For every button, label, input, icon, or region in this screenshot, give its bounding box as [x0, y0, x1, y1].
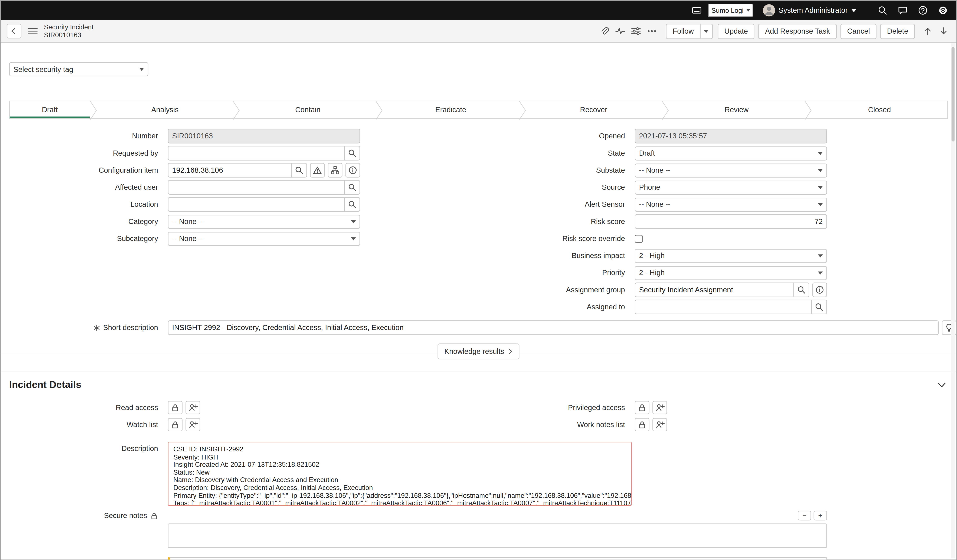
user-menu[interactable]: System Administrator [763, 4, 856, 16]
dependency-views-icon[interactable] [328, 163, 343, 178]
stage-eradicate[interactable]: Eradicate [383, 101, 519, 118]
more-options-icon[interactable] [644, 24, 660, 39]
delete-button[interactable]: Delete [880, 24, 915, 39]
follow-button[interactable]: Follow [666, 24, 700, 39]
lock-icon [150, 512, 158, 519]
settings-gear-icon[interactable] [938, 6, 948, 15]
state-select[interactable]: Draft [635, 146, 827, 160]
add-person-icon[interactable] [186, 418, 200, 431]
field-configuration-item: Configuration item [9, 163, 360, 178]
scrollbar-thumb[interactable] [951, 47, 954, 142]
lock-icon[interactable] [635, 401, 649, 414]
field-secure-notes: Secure notes − + [9, 511, 956, 550]
risk-score-override-checkbox[interactable] [635, 235, 643, 243]
expand-plus-button[interactable]: + [814, 511, 827, 521]
personalize-form-icon[interactable] [628, 24, 644, 39]
formatter-asterisk-icon [93, 324, 100, 331]
banner-frame-icon[interactable] [692, 6, 702, 15]
substate-select[interactable]: -- None -- [635, 163, 827, 177]
form-context-menu-icon[interactable] [26, 25, 39, 36]
application-select[interactable]: Sumo Logic [708, 4, 753, 17]
add-person-icon[interactable] [652, 418, 667, 431]
section-collapse-icon[interactable] [937, 381, 947, 389]
knowledge-results-label: Knowledge results [444, 347, 504, 356]
connect-chat-icon[interactable] [898, 6, 908, 15]
stage-draft[interactable]: Draft [10, 101, 90, 118]
configuration-item-input[interactable] [168, 163, 292, 178]
location-input[interactable] [168, 197, 345, 212]
reference-lookup-icon[interactable] [291, 163, 307, 178]
affected-user-input[interactable] [168, 180, 345, 195]
next-record-icon[interactable] [937, 24, 951, 39]
reference-lookup-icon[interactable] [344, 146, 360, 161]
field-risk-score: Risk score [482, 214, 827, 229]
lock-icon[interactable] [168, 401, 183, 414]
work-notes-textarea[interactable] [168, 557, 827, 560]
field-label: Risk score override [482, 234, 635, 243]
field-affected-user: Affected user [9, 180, 360, 195]
field-label: Location [9, 200, 168, 209]
requested-by-input[interactable] [168, 146, 345, 161]
global-search-icon[interactable] [878, 6, 888, 15]
warning-icon[interactable] [310, 163, 325, 178]
stage-closed[interactable]: Closed [812, 101, 948, 118]
risk-score-input[interactable] [635, 214, 827, 229]
scrollbar-track[interactable] [951, 43, 955, 558]
knowledge-results-button[interactable]: Knowledge results [437, 344, 519, 360]
stage-separator [233, 101, 240, 120]
add-person-icon[interactable] [652, 401, 667, 414]
cancel-button[interactable]: Cancel [840, 24, 877, 39]
source-select[interactable]: Phone [635, 180, 827, 194]
stage-analysis[interactable]: Analysis [97, 101, 233, 118]
security-tag-select[interactable]: Select security tag [9, 62, 148, 76]
previous-record-icon[interactable] [921, 24, 935, 39]
field-label: Privileged access [482, 403, 635, 412]
follow-dropdown-button[interactable] [701, 24, 713, 39]
field-label: Assigned to [482, 303, 635, 311]
short-description-input[interactable] [168, 320, 939, 335]
alert-sensor-select[interactable]: -- None -- [635, 197, 827, 211]
stage-review[interactable]: Review [669, 101, 804, 118]
attachment-paperclip-icon[interactable] [596, 24, 613, 39]
field-label: Risk score [482, 217, 635, 226]
short-description-label: Short description [103, 323, 158, 332]
field-label: Category [9, 217, 168, 226]
add-response-task-button[interactable]: Add Response Task [758, 24, 837, 39]
field-priority: Priority 2 - High [482, 265, 827, 280]
secure-notes-textarea[interactable] [168, 524, 827, 548]
subcategory-select[interactable]: -- None -- [168, 232, 360, 246]
chevron-down-icon [851, 9, 856, 12]
activity-stream-icon[interactable] [612, 24, 628, 39]
chevron-down-icon [704, 30, 709, 33]
lock-icon[interactable] [635, 418, 649, 431]
opened-input[interactable] [635, 129, 827, 144]
preview-info-icon[interactable] [812, 282, 827, 297]
stage-contain[interactable]: Contain [240, 101, 376, 118]
stage-separator [519, 101, 526, 120]
add-person-icon[interactable] [186, 401, 200, 414]
reference-lookup-icon[interactable] [344, 197, 360, 212]
priority-select[interactable]: 2 - High [635, 266, 827, 280]
description-textarea[interactable]: CSE ID: INSIGHT-2992 Severity: HIGH Insi… [168, 442, 632, 506]
reference-lookup-icon[interactable] [344, 180, 360, 195]
back-button[interactable] [7, 24, 22, 39]
assignment-group-input[interactable] [635, 282, 794, 297]
stage-recover[interactable]: Recover [526, 101, 662, 118]
reference-lookup-icon[interactable] [793, 282, 809, 297]
lock-icon[interactable] [168, 418, 183, 431]
assigned-to-input[interactable] [635, 300, 812, 314]
process-flow: Draft Analysis Contain Eradicate Recover… [9, 101, 948, 119]
business-impact-select[interactable]: 2 - High [635, 249, 827, 263]
category-select[interactable]: -- None -- [168, 215, 360, 229]
collapse-minus-button[interactable]: − [798, 511, 811, 521]
update-button[interactable]: Update [718, 24, 755, 39]
field-label: Assignment group [482, 286, 635, 294]
field-label: Secure notes [9, 511, 168, 521]
chevron-right-icon [509, 349, 513, 355]
field-privileged-access: Privileged access [482, 400, 827, 415]
reference-lookup-icon[interactable] [811, 300, 827, 314]
number-input[interactable] [168, 129, 360, 144]
preview-info-icon[interactable] [346, 163, 360, 178]
field-work-notes-list: Work notes list [482, 417, 827, 432]
help-icon[interactable] [918, 6, 928, 15]
